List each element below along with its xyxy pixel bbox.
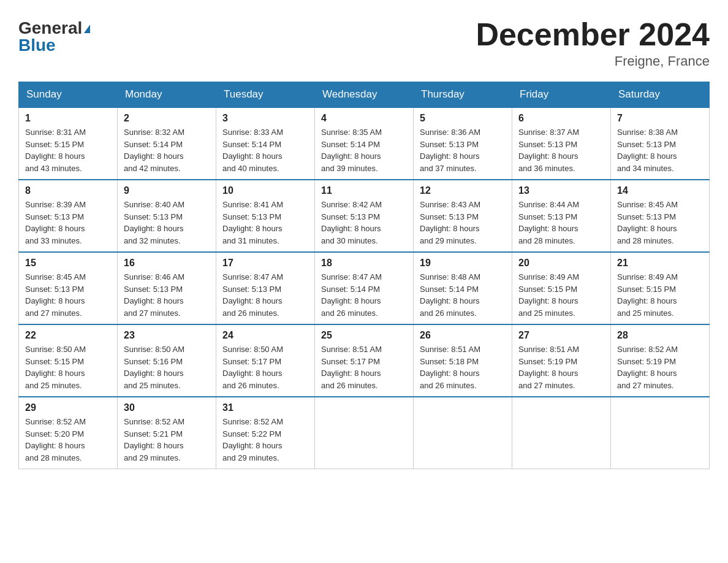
day-number: 25 [321,330,407,341]
day-number: 3 [222,113,308,124]
day-info: Sunrise: 8:43 AM Sunset: 5:13 PM Dayligh… [420,199,506,247]
table-cell: 18 Sunrise: 8:47 AM Sunset: 5:14 PM Dayl… [315,252,414,324]
day-info: Sunrise: 8:50 AM Sunset: 5:16 PM Dayligh… [124,343,210,391]
day-info: Sunrise: 8:33 AM Sunset: 5:14 PM Dayligh… [222,126,308,174]
table-cell: 22 Sunrise: 8:50 AM Sunset: 5:15 PM Dayl… [19,324,118,397]
day-number: 19 [420,258,506,269]
month-year-title: December 2024 [476,18,710,50]
day-info: Sunrise: 8:47 AM Sunset: 5:13 PM Dayligh… [222,271,308,319]
table-cell: 7 Sunrise: 8:38 AM Sunset: 5:13 PM Dayli… [611,107,710,180]
calendar-header-row: Sunday Monday Tuesday Wednesday Thursday… [19,82,710,108]
day-number: 23 [124,330,210,341]
table-cell: 13 Sunrise: 8:44 AM Sunset: 5:13 PM Dayl… [512,180,611,252]
table-cell: 12 Sunrise: 8:43 AM Sunset: 5:13 PM Dayl… [414,180,512,252]
table-cell: 14 Sunrise: 8:45 AM Sunset: 5:13 PM Dayl… [611,180,710,252]
table-cell: 10 Sunrise: 8:41 AM Sunset: 5:13 PM Dayl… [216,180,315,252]
day-info: Sunrise: 8:50 AM Sunset: 5:15 PM Dayligh… [25,343,111,391]
day-info: Sunrise: 8:52 AM Sunset: 5:19 PM Dayligh… [617,343,703,391]
calendar-table: Sunday Monday Tuesday Wednesday Thursday… [18,82,710,469]
day-number: 26 [420,330,506,341]
table-cell: 30 Sunrise: 8:52 AM Sunset: 5:21 PM Dayl… [118,397,216,469]
logo-blue: Blue [18,36,56,55]
table-cell: 4 Sunrise: 8:35 AM Sunset: 5:14 PM Dayli… [315,107,414,180]
day-info: Sunrise: 8:49 AM Sunset: 5:15 PM Dayligh… [617,271,703,319]
day-info: Sunrise: 8:52 AM Sunset: 5:22 PM Dayligh… [222,416,308,464]
table-cell: 23 Sunrise: 8:50 AM Sunset: 5:16 PM Dayl… [118,324,216,397]
day-number: 31 [222,402,308,413]
week-row-5: 29 Sunrise: 8:52 AM Sunset: 5:20 PM Dayl… [19,397,710,469]
week-row-4: 22 Sunrise: 8:50 AM Sunset: 5:15 PM Dayl… [19,324,710,397]
table-cell: 24 Sunrise: 8:50 AM Sunset: 5:17 PM Dayl… [216,324,315,397]
day-number: 6 [518,113,604,124]
table-cell: 11 Sunrise: 8:42 AM Sunset: 5:13 PM Dayl… [315,180,414,252]
day-info: Sunrise: 8:44 AM Sunset: 5:13 PM Dayligh… [518,199,604,247]
day-number: 28 [617,330,703,341]
day-info: Sunrise: 8:45 AM Sunset: 5:13 PM Dayligh… [25,271,111,319]
week-row-1: 1 Sunrise: 8:31 AM Sunset: 5:15 PM Dayli… [19,107,710,180]
day-number: 1 [25,113,111,124]
day-number: 18 [321,258,407,269]
day-info: Sunrise: 8:41 AM Sunset: 5:13 PM Dayligh… [222,199,308,247]
col-monday: Monday [118,82,216,108]
day-info: Sunrise: 8:50 AM Sunset: 5:17 PM Dayligh… [222,343,308,391]
table-cell [315,397,414,469]
day-number: 27 [518,330,604,341]
page-header: General Blue December 2024 Freigne, Fran… [18,18,710,69]
day-info: Sunrise: 8:51 AM Sunset: 5:17 PM Dayligh… [321,343,407,391]
table-cell: 3 Sunrise: 8:33 AM Sunset: 5:14 PM Dayli… [216,107,315,180]
logo: General Blue [18,18,90,55]
day-number: 14 [617,185,703,196]
table-cell: 28 Sunrise: 8:52 AM Sunset: 5:19 PM Dayl… [611,324,710,397]
table-cell [611,397,710,469]
day-number: 8 [25,185,111,196]
day-number: 29 [25,402,111,413]
day-info: Sunrise: 8:45 AM Sunset: 5:13 PM Dayligh… [617,199,703,247]
col-tuesday: Tuesday [216,82,315,108]
day-number: 15 [25,258,111,269]
table-cell: 2 Sunrise: 8:32 AM Sunset: 5:14 PM Dayli… [118,107,216,180]
day-number: 21 [617,258,703,269]
day-number: 5 [420,113,506,124]
day-number: 13 [518,185,604,196]
day-number: 24 [222,330,308,341]
table-cell: 26 Sunrise: 8:51 AM Sunset: 5:18 PM Dayl… [414,324,512,397]
day-info: Sunrise: 8:32 AM Sunset: 5:14 PM Dayligh… [124,126,210,174]
col-wednesday: Wednesday [315,82,414,108]
day-info: Sunrise: 8:35 AM Sunset: 5:14 PM Dayligh… [321,126,407,174]
week-row-3: 15 Sunrise: 8:45 AM Sunset: 5:13 PM Dayl… [19,252,710,324]
day-number: 9 [124,185,210,196]
table-cell: 17 Sunrise: 8:47 AM Sunset: 5:13 PM Dayl… [216,252,315,324]
table-cell: 20 Sunrise: 8:49 AM Sunset: 5:15 PM Dayl… [512,252,611,324]
col-sunday: Sunday [19,82,118,108]
day-info: Sunrise: 8:36 AM Sunset: 5:13 PM Dayligh… [420,126,506,174]
table-cell [512,397,611,469]
day-number: 20 [518,258,604,269]
day-number: 7 [617,113,703,124]
day-info: Sunrise: 8:31 AM Sunset: 5:15 PM Dayligh… [25,126,111,174]
day-number: 11 [321,185,407,196]
day-info: Sunrise: 8:49 AM Sunset: 5:15 PM Dayligh… [518,271,604,319]
table-cell: 8 Sunrise: 8:39 AM Sunset: 5:13 PM Dayli… [19,180,118,252]
day-info: Sunrise: 8:42 AM Sunset: 5:13 PM Dayligh… [321,199,407,247]
col-thursday: Thursday [414,82,512,108]
table-cell: 9 Sunrise: 8:40 AM Sunset: 5:13 PM Dayli… [118,180,216,252]
table-cell: 29 Sunrise: 8:52 AM Sunset: 5:20 PM Dayl… [19,397,118,469]
day-info: Sunrise: 8:51 AM Sunset: 5:19 PM Dayligh… [518,343,604,391]
day-number: 17 [222,258,308,269]
location-subtitle: Freigne, France [476,53,710,69]
table-cell: 19 Sunrise: 8:48 AM Sunset: 5:14 PM Dayl… [414,252,512,324]
table-cell: 6 Sunrise: 8:37 AM Sunset: 5:13 PM Dayli… [512,107,611,180]
day-number: 30 [124,402,210,413]
table-cell: 16 Sunrise: 8:46 AM Sunset: 5:13 PM Dayl… [118,252,216,324]
table-cell [414,397,512,469]
table-cell: 31 Sunrise: 8:52 AM Sunset: 5:22 PM Dayl… [216,397,315,469]
table-cell: 15 Sunrise: 8:45 AM Sunset: 5:13 PM Dayl… [19,252,118,324]
day-info: Sunrise: 8:46 AM Sunset: 5:13 PM Dayligh… [124,271,210,319]
day-number: 22 [25,330,111,341]
day-info: Sunrise: 8:40 AM Sunset: 5:13 PM Dayligh… [124,199,210,247]
table-cell: 27 Sunrise: 8:51 AM Sunset: 5:19 PM Dayl… [512,324,611,397]
day-info: Sunrise: 8:47 AM Sunset: 5:14 PM Dayligh… [321,271,407,319]
col-saturday: Saturday [611,82,710,108]
day-info: Sunrise: 8:48 AM Sunset: 5:14 PM Dayligh… [420,271,506,319]
col-friday: Friday [512,82,611,108]
